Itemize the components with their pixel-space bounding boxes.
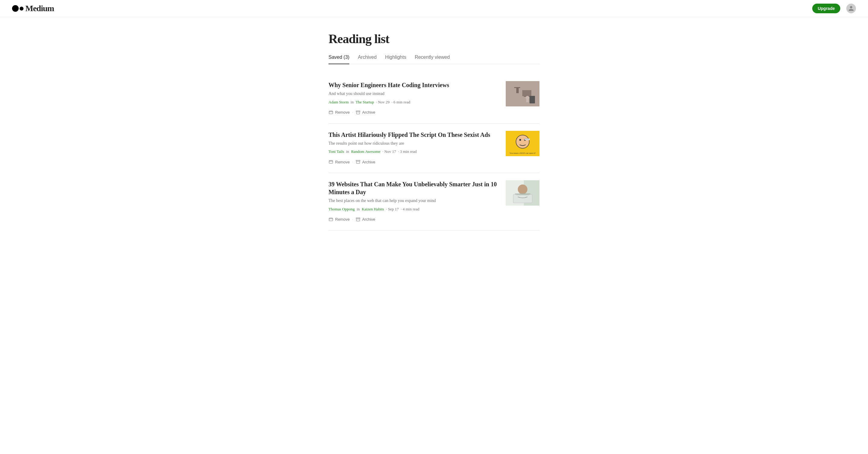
svg-rect-19: [524, 139, 529, 139]
svg-rect-5: [522, 90, 531, 96]
action-separator: ·: [352, 110, 353, 115]
svg-rect-28: [514, 195, 532, 203]
remove-button[interactable]: Remove: [329, 158, 350, 165]
remove-button[interactable]: Remove: [329, 109, 350, 116]
page-title: Reading list: [329, 32, 539, 46]
archive-icon: [355, 159, 361, 164]
svg-rect-11: [329, 161, 333, 163]
logo-icon: [12, 5, 24, 12]
article-date: Nov 17: [384, 149, 396, 154]
article-thumbnail: [506, 180, 539, 206]
article-read-time: 3 min read: [400, 149, 417, 154]
article-card: This Artist Hilariously Flipped The Scri…: [329, 124, 539, 173]
article-read-time: 6 min read: [394, 100, 410, 104]
header: Medium Upgrade: [0, 0, 868, 17]
author-link[interactable]: Adam Storm: [329, 100, 349, 104]
svg-rect-3: [356, 111, 360, 112]
svg-point-25: [518, 184, 527, 194]
remove-icon: [329, 110, 333, 115]
thumbnail-art: [506, 180, 539, 206]
tab-recently-viewed[interactable]: Recently viewed: [415, 55, 450, 64]
svg-rect-2: [329, 111, 333, 114]
svg-rect-12: [356, 160, 360, 161]
avatar-icon: [848, 5, 854, 11]
article-subtitle: And what you should use instead: [329, 91, 500, 97]
archive-button[interactable]: Archive: [355, 158, 375, 165]
publication-link[interactable]: Random Awesome: [351, 149, 380, 154]
article-actions: Remove · Archive: [329, 216, 500, 223]
action-separator: ·: [352, 159, 353, 164]
article-card: Why Senior Engineers Hate Coding Intervi…: [329, 74, 539, 124]
author-link[interactable]: Toni Tails: [329, 149, 344, 154]
tab-highlights[interactable]: Highlights: [385, 55, 406, 64]
article-card: 39 Websites That Can Make You Unbelievab…: [329, 173, 539, 231]
bell-button[interactable]: [804, 7, 806, 10]
tab-saved[interactable]: Saved (3): [329, 55, 349, 64]
article-meta: Adam Storm in The Startup · Nov 29 · 6 m…: [329, 100, 500, 104]
publication-link[interactable]: Kaizen Habits: [362, 207, 384, 211]
article-thumbnail: You mean a MAN can open it?: [506, 131, 539, 156]
svg-rect-8: [526, 98, 529, 102]
svg-rect-22: [356, 218, 360, 218]
article-date: Sep 17: [388, 207, 399, 211]
article-title[interactable]: This Artist Hilariously Flipped The Scri…: [329, 131, 500, 139]
svg-point-15: [519, 139, 521, 141]
tab-archived[interactable]: Archived: [358, 55, 376, 64]
svg-rect-10: [514, 87, 520, 88]
bookmark-button[interactable]: [795, 7, 798, 10]
search-button[interactable]: [787, 7, 789, 10]
action-separator: ·: [352, 217, 353, 222]
article-date: Nov 29: [378, 100, 390, 104]
tabs-nav: Saved (3) Archived Highlights Recently v…: [329, 55, 539, 64]
article-meta: Thomas Oppong in Kaizen Habits · Sep 17 …: [329, 207, 500, 212]
logo[interactable]: Medium: [12, 4, 54, 13]
article-meta: Toni Tails in Random Awesome · Nov 17 · …: [329, 149, 500, 154]
article-actions: Remove · Archive: [329, 109, 500, 116]
svg-text:You mean a MAN can open it?: You mean a MAN can open it?: [510, 152, 536, 154]
article-title[interactable]: Why Senior Engineers Hate Coding Intervi…: [329, 81, 500, 89]
thumbnail-art: You mean a MAN can open it?: [506, 131, 539, 156]
article-read-time: 4 min read: [403, 207, 420, 211]
upgrade-button[interactable]: Upgrade: [812, 4, 840, 13]
remove-button[interactable]: Remove: [329, 216, 350, 223]
article-content: Why Senior Engineers Hate Coding Intervi…: [329, 81, 500, 116]
article-actions: Remove · Archive: [329, 158, 500, 165]
archive-button[interactable]: Archive: [355, 216, 375, 223]
article-subtitle: The best places on the web that can help…: [329, 198, 500, 204]
logo-text: Medium: [25, 4, 54, 13]
svg-rect-21: [329, 218, 333, 221]
remove-icon: [329, 159, 333, 164]
publication-link[interactable]: The Startup: [355, 100, 374, 104]
author-link[interactable]: Thomas Oppong: [329, 207, 355, 211]
header-actions: Upgrade: [787, 4, 856, 13]
remove-icon: [329, 217, 333, 222]
archive-button[interactable]: Archive: [355, 109, 375, 116]
article-content: 39 Websites That Can Make You Unbelievab…: [329, 180, 500, 223]
thumbnail-art: [506, 81, 539, 107]
article-title[interactable]: 39 Websites That Can Make You Unbelievab…: [329, 180, 500, 196]
archive-icon: [355, 217, 361, 222]
article-subtitle: The results point out how ridiculous the…: [329, 141, 500, 147]
avatar[interactable]: [846, 4, 856, 13]
article-thumbnail: [506, 81, 539, 107]
main-content: Reading list Saved (3) Archived Highligh…: [322, 17, 546, 245]
archive-icon: [355, 110, 361, 115]
article-content: This Artist Hilariously Flipped The Scri…: [329, 131, 500, 166]
